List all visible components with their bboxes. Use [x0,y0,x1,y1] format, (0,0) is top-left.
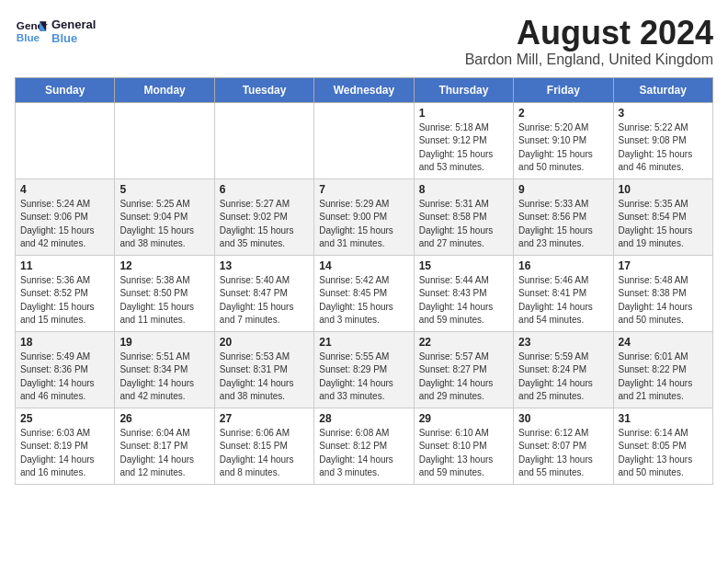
day-info: Sunrise: 5:25 AM Sunset: 9:04 PM Dayligh… [119,198,209,251]
day-info: Sunrise: 6:14 AM Sunset: 8:05 PM Dayligh… [619,427,708,480]
calendar-cell: 22Sunrise: 5:57 AM Sunset: 8:27 PM Dayli… [414,331,513,408]
day-info: Sunrise: 5:24 AM Sunset: 9:06 PM Dayligh… [20,198,109,251]
calendar-cell: 30Sunrise: 6:12 AM Sunset: 8:07 PM Dayli… [514,408,613,484]
calendar-subtitle: Bardon Mill, England, United Kingdom [465,52,713,68]
calendar-table: SundayMondayTuesdayWednesdayThursdayFrid… [15,77,713,485]
calendar-cell: 20Sunrise: 5:53 AM Sunset: 8:31 PM Dayli… [214,331,313,408]
day-number: 2 [518,107,608,120]
day-number: 11 [20,259,109,272]
day-info: Sunrise: 5:49 AM Sunset: 8:36 PM Dayligh… [20,350,109,404]
day-number: 30 [518,412,608,425]
day-number: 3 [619,107,708,120]
calendar-cell: 5Sunrise: 5:25 AM Sunset: 9:04 PM Daylig… [115,178,214,255]
day-number: 21 [319,336,408,349]
page-header: General Blue General Blue August 2024 Ba… [15,15,713,68]
calendar-cell: 31Sunrise: 6:14 AM Sunset: 8:05 PM Dayli… [613,408,712,484]
day-info: Sunrise: 5:57 AM Sunset: 8:27 PM Dayligh… [419,350,508,404]
calendar-cell [115,102,214,178]
day-info: Sunrise: 5:22 AM Sunset: 9:08 PM Dayligh… [619,121,708,175]
calendar-cell: 15Sunrise: 5:44 AM Sunset: 8:43 PM Dayli… [414,255,513,331]
calendar-cell: 16Sunrise: 5:46 AM Sunset: 8:41 PM Dayli… [514,255,613,331]
day-info: Sunrise: 5:38 AM Sunset: 8:50 PM Dayligh… [119,274,209,327]
calendar-cell: 14Sunrise: 5:42 AM Sunset: 8:45 PM Dayli… [314,255,414,331]
calendar-cell: 28Sunrise: 6:08 AM Sunset: 8:12 PM Dayli… [314,408,414,484]
calendar-cell: 23Sunrise: 5:59 AM Sunset: 8:24 PM Dayli… [514,331,613,408]
day-number: 14 [319,259,408,272]
calendar-cell: 12Sunrise: 5:38 AM Sunset: 8:50 PM Dayli… [115,255,214,331]
logo-icon: General Blue [15,15,48,48]
calendar-cell: 6Sunrise: 5:27 AM Sunset: 9:02 PM Daylig… [214,178,313,255]
weekday-header-friday: Friday [514,77,613,102]
calendar-cell [314,102,414,178]
day-number: 29 [419,412,508,425]
day-info: Sunrise: 5:42 AM Sunset: 8:45 PM Dayligh… [319,274,408,327]
calendar-cell: 19Sunrise: 5:51 AM Sunset: 8:34 PM Dayli… [115,331,214,408]
day-info: Sunrise: 6:04 AM Sunset: 8:17 PM Dayligh… [119,427,209,480]
day-number: 5 [119,183,209,196]
calendar-cell: 17Sunrise: 5:48 AM Sunset: 8:38 PM Dayli… [613,255,712,331]
calendar-cell: 3Sunrise: 5:22 AM Sunset: 9:08 PM Daylig… [613,102,712,178]
calendar-cell: 11Sunrise: 5:36 AM Sunset: 8:52 PM Dayli… [16,255,115,331]
calendar-cell: 26Sunrise: 6:04 AM Sunset: 8:17 PM Dayli… [115,408,214,484]
day-number: 31 [619,412,708,425]
day-number: 22 [419,336,508,349]
calendar-week-row: 18Sunrise: 5:49 AM Sunset: 8:36 PM Dayli… [16,331,713,408]
calendar-cell: 18Sunrise: 5:49 AM Sunset: 8:36 PM Dayli… [16,331,115,408]
day-number: 28 [319,412,408,425]
day-info: Sunrise: 5:29 AM Sunset: 9:00 PM Dayligh… [319,198,408,251]
day-number: 19 [119,336,209,349]
day-info: Sunrise: 5:59 AM Sunset: 8:24 PM Dayligh… [518,350,608,404]
calendar-cell: 25Sunrise: 6:03 AM Sunset: 8:19 PM Dayli… [16,408,115,484]
day-info: Sunrise: 5:35 AM Sunset: 8:54 PM Dayligh… [619,198,708,251]
calendar-week-row: 11Sunrise: 5:36 AM Sunset: 8:52 PM Dayli… [16,255,713,331]
weekday-header-thursday: Thursday [414,77,513,102]
calendar-title: August 2024 [465,15,713,52]
day-number: 25 [20,412,109,425]
weekday-header-saturday: Saturday [613,77,712,102]
day-number: 10 [619,183,708,196]
day-info: Sunrise: 5:48 AM Sunset: 8:38 PM Dayligh… [619,274,708,327]
day-info: Sunrise: 5:44 AM Sunset: 8:43 PM Dayligh… [419,274,508,327]
day-number: 26 [119,412,209,425]
logo-text-line2: Blue [51,31,96,45]
day-number: 12 [119,259,209,272]
day-info: Sunrise: 5:55 AM Sunset: 8:29 PM Dayligh… [319,350,408,404]
day-info: Sunrise: 6:10 AM Sunset: 8:10 PM Dayligh… [419,427,508,480]
day-info: Sunrise: 5:51 AM Sunset: 8:34 PM Dayligh… [119,350,209,404]
day-info: Sunrise: 5:27 AM Sunset: 9:02 PM Dayligh… [220,198,309,251]
day-number: 4 [20,183,109,196]
day-info: Sunrise: 5:53 AM Sunset: 8:31 PM Dayligh… [220,350,309,404]
day-number: 18 [20,336,109,349]
calendar-cell [214,102,313,178]
day-info: Sunrise: 6:06 AM Sunset: 8:15 PM Dayligh… [220,427,309,480]
calendar-cell: 29Sunrise: 6:10 AM Sunset: 8:10 PM Dayli… [414,408,513,484]
day-info: Sunrise: 5:46 AM Sunset: 8:41 PM Dayligh… [518,274,608,327]
day-info: Sunrise: 5:18 AM Sunset: 9:12 PM Dayligh… [419,121,508,175]
day-info: Sunrise: 6:12 AM Sunset: 8:07 PM Dayligh… [518,427,608,480]
logo-text-line1: General [51,17,96,31]
day-number: 1 [419,107,508,120]
calendar-week-row: 1Sunrise: 5:18 AM Sunset: 9:12 PM Daylig… [16,102,713,178]
calendar-cell: 10Sunrise: 5:35 AM Sunset: 8:54 PM Dayli… [613,178,712,255]
weekday-header-row: SundayMondayTuesdayWednesdayThursdayFrid… [16,77,713,102]
calendar-cell: 8Sunrise: 5:31 AM Sunset: 8:58 PM Daylig… [414,178,513,255]
calendar-week-row: 25Sunrise: 6:03 AM Sunset: 8:19 PM Dayli… [16,408,713,484]
day-number: 23 [518,336,608,349]
day-number: 27 [220,412,309,425]
weekday-header-sunday: Sunday [16,77,115,102]
calendar-cell: 4Sunrise: 5:24 AM Sunset: 9:06 PM Daylig… [16,178,115,255]
calendar-week-row: 4Sunrise: 5:24 AM Sunset: 9:06 PM Daylig… [16,178,713,255]
day-number: 20 [220,336,309,349]
svg-text:Blue: Blue [17,31,40,43]
day-number: 16 [518,259,608,272]
day-number: 7 [319,183,408,196]
day-info: Sunrise: 6:03 AM Sunset: 8:19 PM Dayligh… [20,427,109,480]
day-number: 13 [220,259,309,272]
day-number: 15 [419,259,508,272]
weekday-header-wednesday: Wednesday [314,77,414,102]
day-info: Sunrise: 5:40 AM Sunset: 8:47 PM Dayligh… [220,274,309,327]
calendar-cell: 9Sunrise: 5:33 AM Sunset: 8:56 PM Daylig… [514,178,613,255]
weekday-header-monday: Monday [115,77,214,102]
calendar-cell: 7Sunrise: 5:29 AM Sunset: 9:00 PM Daylig… [314,178,414,255]
title-block: August 2024 Bardon Mill, England, United… [465,15,713,68]
